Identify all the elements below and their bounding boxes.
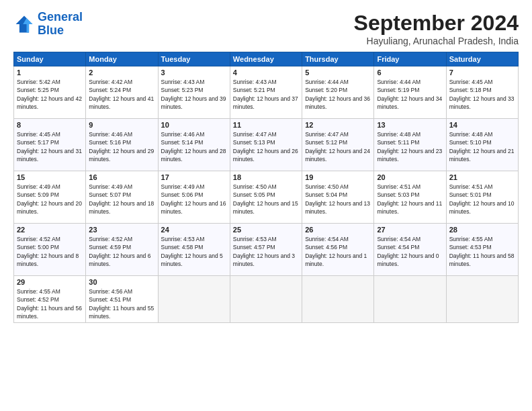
day-number: 24 [161,226,227,234]
day-number: 11 [233,121,299,129]
day-info: Sunrise: 4:44 AMSunset: 5:20 PMDaylight:… [305,78,371,111]
day-info: Sunrise: 4:54 AMSunset: 4:56 PMDaylight:… [305,235,371,268]
day-number: 26 [305,226,371,234]
th-tuesday: Tuesday [158,52,230,66]
calendar-cell: 8Sunrise: 4:45 AMSunset: 5:17 PMDaylight… [14,119,86,171]
calendar-cell: 6Sunrise: 4:44 AMSunset: 5:19 PMDaylight… [374,66,446,119]
calendar-cell: 1Sunrise: 5:42 AMSunset: 5:25 PMDaylight… [14,66,86,119]
th-thursday: Thursday [302,52,374,66]
day-info: Sunrise: 4:43 AMSunset: 5:23 PMDaylight:… [161,78,227,111]
day-info: Sunrise: 4:54 AMSunset: 4:54 PMDaylight:… [377,235,443,268]
calendar-cell [446,276,518,323]
calendar-cell: 29Sunrise: 4:55 AMSunset: 4:52 PMDayligh… [14,276,86,323]
day-number: 25 [233,226,299,234]
calendar-cell: 20Sunrise: 4:51 AMSunset: 5:03 PMDayligh… [374,171,446,224]
calendar-cell: 19Sunrise: 4:50 AMSunset: 5:04 PMDayligh… [302,171,374,224]
page: General Blue September 2024 Hayuliang, A… [0,0,532,411]
day-number: 21 [449,173,515,181]
day-number: 13 [377,121,443,129]
day-info: Sunrise: 4:51 AMSunset: 5:03 PMDaylight:… [377,183,443,216]
calendar-cell: 7Sunrise: 4:45 AMSunset: 5:18 PMDaylight… [446,66,518,119]
calendar-cell: 27Sunrise: 4:54 AMSunset: 4:54 PMDayligh… [374,224,446,276]
calendar-row-3: 15Sunrise: 4:49 AMSunset: 5:09 PMDayligh… [14,171,519,224]
day-info: Sunrise: 4:56 AMSunset: 4:51 PMDaylight:… [89,287,154,320]
day-number: 12 [305,121,371,129]
day-info: Sunrise: 4:52 AMSunset: 4:59 PMDaylight:… [89,235,154,268]
calendar-cell: 17Sunrise: 4:49 AMSunset: 5:06 PMDayligh… [158,171,230,224]
day-number: 8 [17,121,83,129]
day-number: 3 [161,68,227,77]
calendar-cell [158,276,230,323]
day-info: Sunrise: 4:55 AMSunset: 4:53 PMDaylight:… [449,235,515,268]
day-number: 18 [233,173,299,181]
day-info: Sunrise: 4:47 AMSunset: 5:12 PMDaylight:… [305,130,371,163]
calendar-cell: 3Sunrise: 4:43 AMSunset: 5:23 PMDaylight… [158,66,230,119]
day-number: 14 [449,121,515,129]
location-title: Hayuliang, Arunachal Pradesh, India [354,36,519,46]
calendar-cell: 10Sunrise: 4:46 AMSunset: 5:14 PMDayligh… [158,119,230,171]
day-number: 2 [89,68,154,77]
header: General Blue September 2024 Hayuliang, A… [13,11,519,46]
calendar-cell: 21Sunrise: 4:51 AMSunset: 5:01 PMDayligh… [446,171,518,224]
calendar-cell: 28Sunrise: 4:55 AMSunset: 4:53 PMDayligh… [446,224,518,276]
calendar-cell: 23Sunrise: 4:52 AMSunset: 4:59 PMDayligh… [86,224,158,276]
header-row: Sunday Monday Tuesday Wednesday Thursday… [14,52,519,66]
day-number: 29 [17,278,83,286]
day-info: Sunrise: 5:42 AMSunset: 5:25 PMDaylight:… [17,78,83,111]
calendar-table: Sunday Monday Tuesday Wednesday Thursday… [13,52,519,323]
calendar-cell: 16Sunrise: 4:49 AMSunset: 5:07 PMDayligh… [86,171,158,224]
title-block: September 2024 Hayuliang, Arunachal Prad… [354,11,519,46]
day-info: Sunrise: 4:46 AMSunset: 5:14 PMDaylight:… [161,130,227,163]
day-number: 4 [233,68,299,77]
day-number: 17 [161,173,227,181]
calendar-row-4: 22Sunrise: 4:52 AMSunset: 5:00 PMDayligh… [14,224,519,276]
calendar-cell: 24Sunrise: 4:53 AMSunset: 4:58 PMDayligh… [158,224,230,276]
calendar-cell: 15Sunrise: 4:49 AMSunset: 5:09 PMDayligh… [14,171,86,224]
calendar-cell [374,276,446,323]
calendar-cell: 26Sunrise: 4:54 AMSunset: 4:56 PMDayligh… [302,224,374,276]
day-number: 22 [17,226,83,234]
calendar-cell: 2Sunrise: 4:42 AMSunset: 5:24 PMDaylight… [86,66,158,119]
calendar-row-5: 29Sunrise: 4:55 AMSunset: 4:52 PMDayligh… [14,276,519,323]
calendar-cell: 4Sunrise: 4:43 AMSunset: 5:21 PMDaylight… [230,66,302,119]
calendar-cell: 22Sunrise: 4:52 AMSunset: 5:00 PMDayligh… [14,224,86,276]
day-info: Sunrise: 4:53 AMSunset: 4:57 PMDaylight:… [233,235,299,268]
calendar-cell: 25Sunrise: 4:53 AMSunset: 4:57 PMDayligh… [230,224,302,276]
day-info: Sunrise: 4:48 AMSunset: 5:10 PMDaylight:… [449,130,515,163]
th-friday: Friday [374,52,446,66]
day-info: Sunrise: 4:49 AMSunset: 5:06 PMDaylight:… [161,183,227,216]
calendar-cell: 14Sunrise: 4:48 AMSunset: 5:10 PMDayligh… [446,119,518,171]
day-info: Sunrise: 4:50 AMSunset: 5:04 PMDaylight:… [305,183,371,216]
day-info: Sunrise: 4:47 AMSunset: 5:13 PMDaylight:… [233,130,299,163]
day-number: 10 [161,121,227,129]
th-monday: Monday [86,52,158,66]
calendar-cell [230,276,302,323]
calendar-cell: 18Sunrise: 4:50 AMSunset: 5:05 PMDayligh… [230,171,302,224]
day-info: Sunrise: 4:45 AMSunset: 5:17 PMDaylight:… [17,130,83,163]
th-sunday: Sunday [14,52,86,66]
day-info: Sunrise: 4:50 AMSunset: 5:05 PMDaylight:… [233,183,299,216]
calendar-row-2: 8Sunrise: 4:45 AMSunset: 5:17 PMDaylight… [14,119,519,171]
day-info: Sunrise: 4:46 AMSunset: 5:16 PMDaylight:… [89,130,154,163]
day-number: 30 [89,278,154,286]
logo-icon [13,13,35,35]
day-info: Sunrise: 4:43 AMSunset: 5:21 PMDaylight:… [233,78,299,111]
calendar-cell [302,276,374,323]
day-info: Sunrise: 4:49 AMSunset: 5:09 PMDaylight:… [17,183,83,216]
day-info: Sunrise: 4:52 AMSunset: 5:00 PMDaylight:… [17,235,83,268]
day-number: 6 [377,68,443,77]
day-number: 5 [305,68,371,77]
day-number: 9 [89,121,154,129]
th-saturday: Saturday [446,52,518,66]
day-number: 1 [17,68,83,77]
calendar-cell: 11Sunrise: 4:47 AMSunset: 5:13 PMDayligh… [230,119,302,171]
day-info: Sunrise: 4:45 AMSunset: 5:18 PMDaylight:… [449,78,515,111]
day-number: 28 [449,226,515,234]
th-wednesday: Wednesday [230,52,302,66]
day-number: 16 [89,173,154,181]
calendar-cell: 13Sunrise: 4:48 AMSunset: 5:11 PMDayligh… [374,119,446,171]
day-info: Sunrise: 4:44 AMSunset: 5:19 PMDaylight:… [377,78,443,111]
day-info: Sunrise: 4:53 AMSunset: 4:58 PMDaylight:… [161,235,227,268]
day-number: 19 [305,173,371,181]
calendar-cell: 5Sunrise: 4:44 AMSunset: 5:20 PMDaylight… [302,66,374,119]
